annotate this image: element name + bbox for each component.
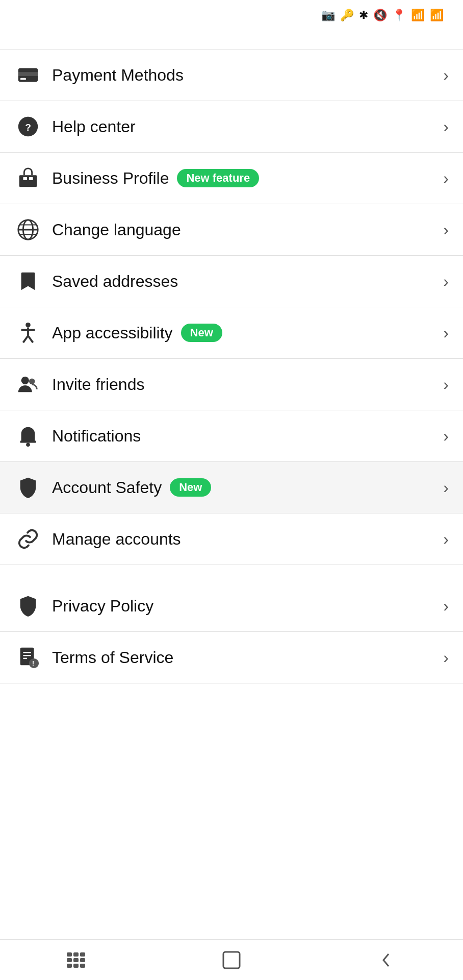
svg-rect-5 — [23, 177, 27, 180]
chevron-manage-accounts: › — [443, 530, 449, 549]
menu-item-label-invite-friends: Invite friends — [52, 375, 144, 394]
payment-icon — [14, 61, 42, 89]
status-bar: 📷 🔑 ✱ 🔇 📍 📶 📶 — [0, 0, 463, 29]
menu-item-app-accessibility[interactable]: App accessibilityNew› — [0, 307, 463, 358]
menu-item-content-saved-addresses: Saved addresses — [52, 272, 443, 291]
svg-rect-2 — [20, 78, 26, 80]
svg-rect-1 — [18, 72, 38, 76]
svg-point-12 — [25, 323, 31, 328]
menu-item-content-notifications: Notifications — [52, 427, 443, 446]
menu-item-label-notifications: Notifications — [52, 427, 141, 446]
menu-item-business-profile[interactable]: Business ProfileNew feature› — [0, 153, 463, 204]
badge-account-safety: New — [170, 478, 211, 497]
menu-item-content-app-accessibility: App accessibilityNew — [52, 324, 443, 342]
svg-rect-32 — [80, 952, 85, 957]
menu-item-label-account-safety: Account Safety — [52, 478, 162, 497]
status-icons: 📷 🔑 ✱ 🔇 📍 📶 📶 — [321, 9, 449, 22]
menu-item-label-manage-accounts: Manage accounts — [52, 530, 181, 549]
nav-back-button[interactable] — [361, 950, 411, 970]
general-menu-list: Privacy Policy›!Terms of Service› — [0, 580, 463, 683]
svg-rect-29 — [73, 952, 79, 957]
chevron-business-profile: › — [443, 169, 449, 188]
terms-icon: ! — [14, 644, 42, 671]
menu-item-label-change-language: Change language — [52, 220, 181, 239]
menu-item-label-privacy-policy: Privacy Policy — [52, 597, 153, 616]
bookmark-icon — [14, 267, 42, 295]
chevron-invite-friends: › — [443, 375, 449, 394]
menu-item-payment-methods[interactable]: Payment Methods› — [0, 50, 463, 101]
business-icon — [14, 164, 42, 192]
link-icon — [14, 525, 42, 553]
menu-item-change-language[interactable]: Change language› — [0, 204, 463, 255]
shield-small-icon — [14, 592, 42, 620]
chevron-help-center: › — [443, 117, 449, 136]
invite-icon — [14, 371, 42, 398]
svg-text:!: ! — [32, 659, 34, 667]
menu-item-label-help-center: Help center — [52, 117, 136, 136]
mute-icon: 🔇 — [373, 9, 387, 22]
svg-rect-33 — [80, 958, 85, 962]
menu-item-privacy-policy[interactable]: Privacy Policy› — [0, 580, 463, 631]
signal-icon: 📶 — [430, 9, 444, 22]
menu-item-label-app-accessibility: App accessibility — [52, 324, 173, 342]
svg-point-17 — [21, 377, 29, 384]
svg-rect-4 — [19, 175, 37, 187]
badge-business-profile: New feature — [177, 169, 259, 187]
chevron-terms-of-service: › — [443, 648, 449, 667]
svg-point-19 — [26, 443, 30, 447]
chevron-notifications: › — [443, 427, 449, 446]
svg-rect-34 — [80, 964, 85, 968]
chevron-app-accessibility: › — [443, 324, 449, 342]
menu-item-content-terms-of-service: Terms of Service — [52, 648, 443, 667]
nav-menu-button[interactable] — [52, 952, 102, 968]
menu-item-notifications[interactable]: Notifications› — [0, 410, 463, 461]
general-section-label — [0, 565, 463, 580]
menu-item-content-account-safety: Account SafetyNew — [52, 478, 443, 497]
chevron-change-language: › — [443, 220, 449, 239]
bell-icon — [14, 422, 42, 450]
svg-text:?: ? — [25, 122, 31, 133]
sim-icon: 🔑 — [340, 9, 354, 22]
menu-item-content-business-profile: Business ProfileNew feature — [52, 169, 443, 188]
menu-item-content-manage-accounts: Manage accounts — [52, 530, 443, 549]
svg-line-15 — [23, 336, 28, 342]
svg-rect-35 — [223, 952, 240, 968]
svg-point-18 — [29, 379, 35, 385]
svg-line-16 — [28, 336, 33, 342]
chevron-account-safety: › — [443, 478, 449, 497]
menu-item-label-business-profile: Business Profile — [52, 169, 169, 188]
nav-home-button[interactable] — [206, 950, 257, 970]
menu-item-saved-addresses[interactable]: Saved addresses› — [0, 256, 463, 307]
help-icon: ? — [14, 113, 42, 140]
menu-item-content-change-language: Change language — [52, 220, 443, 239]
svg-rect-6 — [29, 177, 33, 180]
wifi-icon: 📶 — [411, 9, 425, 22]
menu-item-content-help-center: Help center — [52, 117, 443, 136]
menu-item-content-invite-friends: Invite friends — [52, 375, 443, 394]
badge-app-accessibility: New — [181, 324, 222, 342]
menu-item-invite-friends[interactable]: Invite friends› — [0, 359, 463, 410]
menu-item-label-payment-methods: Payment Methods — [52, 66, 184, 85]
shield-icon — [14, 474, 42, 501]
svg-rect-30 — [73, 958, 79, 962]
chevron-privacy-policy: › — [443, 597, 449, 616]
header — [0, 29, 463, 49]
svg-rect-26 — [67, 952, 72, 957]
menu-item-label-terms-of-service: Terms of Service — [52, 648, 173, 667]
svg-rect-28 — [67, 964, 72, 968]
bottom-nav — [0, 939, 463, 980]
language-icon — [14, 216, 42, 243]
bluetooth-icon: ✱ — [359, 9, 368, 22]
svg-rect-31 — [73, 964, 79, 968]
menu-item-terms-of-service[interactable]: !Terms of Service› — [0, 632, 463, 683]
chevron-payment-methods: › — [443, 66, 449, 85]
menu-item-content-payment-methods: Payment Methods — [52, 66, 443, 85]
menu-item-content-privacy-policy: Privacy Policy — [52, 597, 443, 616]
svg-rect-27 — [67, 958, 72, 962]
location-icon: 📍 — [392, 9, 406, 22]
menu-item-manage-accounts[interactable]: Manage accounts› — [0, 513, 463, 565]
menu-item-account-safety[interactable]: Account SafetyNew› — [0, 462, 463, 513]
menu-item-label-saved-addresses: Saved addresses — [52, 272, 178, 291]
menu-item-help-center[interactable]: ?Help center› — [0, 101, 463, 152]
menu-list: Payment Methods›?Help center›Business Pr… — [0, 50, 463, 565]
